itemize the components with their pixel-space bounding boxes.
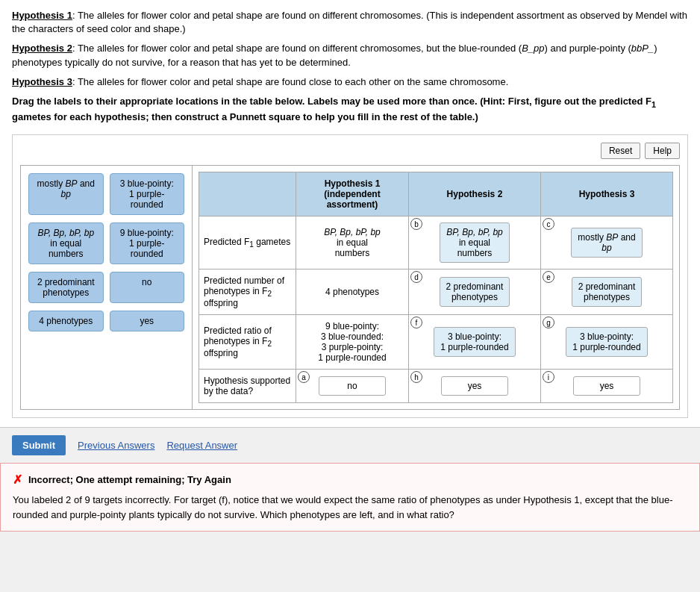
error-header: ✗ Incorrect; One attempt remaining; Try … bbox=[13, 473, 687, 487]
drag-label-yes[interactable]: yes bbox=[110, 311, 185, 331]
previous-answers-button[interactable]: Previous Answers bbox=[78, 440, 154, 451]
cell-h2-num: d 2 predominantphenotypes bbox=[408, 269, 540, 314]
drag-label-no[interactable]: no bbox=[110, 272, 185, 303]
x-icon: ✗ bbox=[13, 473, 22, 487]
drag-label-2predominant[interactable]: 2 predominantphenotypes bbox=[28, 272, 104, 303]
cell-h2-ratio: f 3 blue-pointy:1 purple-rounded bbox=[408, 315, 540, 370]
col-header-empty bbox=[199, 172, 296, 216]
drop-h3-f1[interactable]: mostly BP andbp bbox=[571, 228, 642, 258]
drag-label-4phenotypes[interactable]: 4 phenotypes bbox=[28, 311, 104, 331]
circle-b: b bbox=[410, 218, 422, 230]
cell-h1-ratio: 9 blue-pointy:3 blue-rounded:3 purple-po… bbox=[296, 315, 409, 370]
drop-h1-supported[interactable]: no bbox=[319, 376, 386, 396]
inner-box: mostly BP and bp 3 blue-pointy:1 purple-… bbox=[20, 165, 680, 410]
request-answer-button[interactable]: Request Answer bbox=[166, 440, 237, 451]
h2-label: Hypothesis 2 bbox=[12, 43, 72, 54]
h1-label: Hypothesis 1 bbox=[12, 10, 72, 21]
drop-h3-num[interactable]: 2 predominantphenotypes bbox=[572, 277, 643, 307]
label-row-2: 2 predominantphenotypes no bbox=[28, 272, 184, 303]
hypothesis-table: Hypothesis 1(independentassortment) Hypo… bbox=[199, 172, 673, 403]
circle-i: i bbox=[543, 371, 554, 383]
cell-h2-supported: h yes bbox=[408, 370, 540, 403]
table-row-ratio: Predicted ratio of phenotypes in F2 offs… bbox=[199, 315, 673, 370]
drag-label-9blue-pointy[interactable]: 9 blue-pointy:1 purple-rounded bbox=[110, 222, 185, 264]
error-body: You labeled 2 of 9 targets incorrectly. … bbox=[13, 493, 687, 522]
circle-h: h bbox=[410, 371, 422, 383]
cell-h3-num: e 2 predominantphenotypes bbox=[540, 269, 672, 314]
submit-button[interactable]: Submit bbox=[12, 435, 66, 455]
hypothesis-2-text: Hypothesis 2: The alleles for flower col… bbox=[12, 42, 688, 69]
circle-g: g bbox=[543, 317, 554, 328]
cell-h3-f1: c mostly BP andbp bbox=[540, 216, 672, 269]
label-row-0: mostly BP and bp 3 blue-pointy:1 purple-… bbox=[28, 173, 184, 215]
label-row-1: BP, Bp, bP, bpin equalnumbers 9 blue-poi… bbox=[28, 222, 184, 264]
circle-c: c bbox=[543, 218, 554, 230]
circle-a: a bbox=[298, 371, 310, 383]
drop-h2-f1[interactable]: BP, Bp, bP, bpin equalnumbers bbox=[440, 222, 510, 263]
hypothesis-3-text: Hypothesis 3: The alleles for flower col… bbox=[12, 75, 688, 89]
drop-h3-supported[interactable]: yes bbox=[573, 376, 640, 396]
cell-h3-ratio: g 3 blue-pointy:1 purple-rounded bbox=[540, 315, 672, 370]
row-label-num-phenotypes: Predicted number of phenotypes in F2 off… bbox=[199, 269, 296, 314]
cell-h1-supported: a no bbox=[296, 370, 409, 403]
circle-f: f bbox=[410, 317, 422, 328]
cell-h2-f1: b BP, Bp, bP, bpin equalnumbers bbox=[408, 216, 540, 269]
drop-h3-ratio[interactable]: 3 blue-pointy:1 purple-rounded bbox=[566, 327, 647, 357]
hypothesis-1-text: Hypothesis 1: The alleles for flower col… bbox=[12, 9, 688, 36]
drop-h2-supported[interactable]: yes bbox=[441, 376, 508, 396]
bottom-bar: Submit Previous Answers Request Answer bbox=[0, 427, 700, 463]
error-header-text: Incorrect; One attempt remaining; Try Ag… bbox=[28, 474, 231, 485]
col-header-h1: Hypothesis 1(independentassortment) bbox=[296, 172, 409, 216]
col-header-h3: Hypothesis 3 bbox=[540, 172, 672, 216]
label-row-3: 4 phenotypes yes bbox=[28, 311, 184, 331]
page-wrapper: Hypothesis 1: The alleles for flower col… bbox=[0, 0, 700, 427]
cell-h3-supported: i yes bbox=[540, 370, 672, 403]
drop-h2-ratio[interactable]: 3 blue-pointy:1 purple-rounded bbox=[434, 327, 515, 357]
table-row-supported: Hypothesis supported by the data? a no h… bbox=[199, 370, 673, 403]
label-panel: mostly BP and bp 3 blue-pointy:1 purple-… bbox=[21, 166, 193, 409]
drag-label-bp-equal[interactable]: BP, Bp, bP, bpin equalnumbers bbox=[28, 222, 104, 264]
drag-label-mostly-bp[interactable]: mostly BP and bp bbox=[28, 173, 104, 215]
circle-e: e bbox=[543, 271, 554, 283]
main-content: Reset Help mostly BP and bp 3 blue-point… bbox=[12, 134, 688, 418]
row-label-supported: Hypothesis supported by the data? bbox=[199, 370, 296, 403]
row-label-f1: Predicted F1 gametes bbox=[199, 216, 296, 269]
row-label-ratio: Predicted ratio of phenotypes in F2 offs… bbox=[199, 315, 296, 370]
table-row-f1: Predicted F1 gametes BP, Bp, bP, bpin eq… bbox=[199, 216, 673, 269]
h3-label: Hypothesis 3 bbox=[12, 76, 72, 87]
table-row-num-phenotypes: Predicted number of phenotypes in F2 off… bbox=[199, 269, 673, 314]
cell-h1-f1: BP, Bp, bP, bpin equalnumbers bbox=[296, 216, 409, 269]
table-panel: Hypothesis 1(independentassortment) Hypo… bbox=[193, 166, 679, 409]
drag-label-3blue-pointy[interactable]: 3 blue-pointy:1 purple-rounded bbox=[110, 173, 185, 215]
drag-instruction: Drag the labels to their appropriate loc… bbox=[12, 95, 688, 124]
circle-d: d bbox=[410, 271, 422, 283]
top-buttons: Reset Help bbox=[20, 143, 680, 159]
drop-h2-num[interactable]: 2 predominantphenotypes bbox=[440, 277, 510, 307]
error-box: ✗ Incorrect; One attempt remaining; Try … bbox=[0, 463, 700, 532]
cell-h1-num: 4 phenotypes bbox=[296, 269, 409, 314]
reset-button[interactable]: Reset bbox=[601, 143, 640, 159]
col-header-h2: Hypothesis 2 bbox=[408, 172, 540, 216]
help-button[interactable]: Help bbox=[645, 143, 680, 159]
